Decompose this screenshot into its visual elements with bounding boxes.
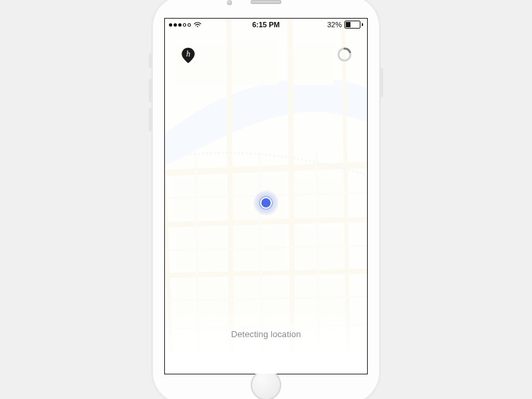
phone-front-camera (227, 0, 232, 5)
phone-power-button (380, 68, 383, 97)
app-logo-pin-icon: h (180, 47, 197, 64)
app-logo-button[interactable]: h (180, 47, 197, 64)
app-logo-letter: h (186, 49, 190, 59)
phone-screen[interactable]: 6:15 PM 32% (165, 19, 367, 374)
phone-volume-up (149, 78, 152, 102)
phone-frame: 6:15 PM 32% (152, 0, 380, 399)
canvas: 6:15 PM 32% (0, 0, 532, 399)
phone-mute-switch (149, 53, 152, 68)
status-bar-time: 6:15 PM (165, 21, 367, 29)
phone-home-button[interactable] (251, 370, 281, 399)
phone-earpiece (251, 0, 281, 4)
status-bar: 6:15 PM 32% (165, 19, 367, 31)
battery-icon (344, 21, 363, 29)
detecting-location-label: Detecting location (165, 329, 367, 339)
loading-spinner-icon (336, 47, 352, 63)
phone-volume-down (149, 108, 152, 132)
